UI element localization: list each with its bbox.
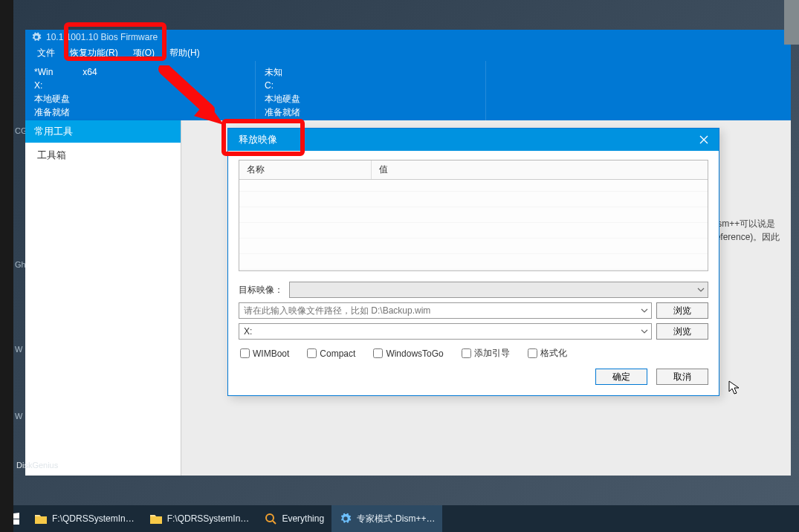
hint-l1: Dism++可以说是 — [709, 217, 791, 230]
tab1-line2: X: — [34, 79, 246, 92]
folder-icon — [149, 512, 163, 525]
dialog-titlebar[interactable]: 释放映像 — [228, 129, 719, 151]
browse-drive-button[interactable]: 浏览 — [656, 323, 708, 340]
image-path-row: 浏览 — [239, 302, 708, 319]
dialog-close-button[interactable] — [689, 129, 719, 151]
monitor-bezel-right — [784, 0, 799, 45]
tab1-line4: 准备就绪 — [34, 106, 246, 119]
chk-compact-label: Compact — [320, 348, 355, 359]
taskbar-item-explorer-2[interactable]: F:\QDRSSystemIn… — [142, 505, 257, 532]
taskbar-label-3: Everything — [282, 513, 324, 524]
chk-wimboot-label: WIMBoot — [253, 348, 289, 359]
sidebar-item-common-tools[interactable]: 常用工具 — [25, 120, 181, 143]
sidebar: 常用工具 工具箱 — [25, 120, 181, 476]
chk-format-box[interactable] — [528, 348, 537, 358]
chk-wimboot[interactable]: WIMBoot — [240, 347, 289, 360]
monitor-bezel-left — [0, 0, 13, 532]
dialog-body: 名称 值 目标映像： 浏览 浏览 WIMBoot — [228, 151, 719, 395]
dialog-title: 释放映像 — [239, 133, 277, 146]
desktop-frag-gh: Gh — [15, 260, 26, 269]
taskbar-item-dism[interactable]: 专家模式-Dism++… — [331, 505, 442, 532]
menu-options[interactable]: 项(O) — [126, 45, 162, 61]
ok-button[interactable]: 确定 — [595, 369, 647, 385]
taskbar-item-everything[interactable]: Everything — [256, 505, 331, 532]
target-image-label: 目标映像： — [239, 284, 285, 296]
grid-col-name[interactable]: 名称 — [239, 160, 372, 179]
desktop-frag-w2: W — [15, 412, 22, 421]
tab1-line1-suffix: x64 — [80, 67, 97, 77]
target-image-row: 目标映像： — [239, 282, 708, 298]
tabs-row: *Win x64 X: 本地硬盘 准备就绪 未知 C: 本地硬盘 准备就绪 — [25, 61, 791, 120]
chk-wintogo-label: WindowsToGo — [386, 348, 443, 359]
image-path-input[interactable] — [239, 302, 652, 319]
desktop-frag-w1: W — [15, 345, 22, 354]
chk-addboot-label: 添加引导 — [474, 347, 510, 360]
main-hint-text: Dism++可以说是 Reference)。因此 — [709, 217, 791, 244]
target-drive-input[interactable] — [239, 323, 652, 340]
taskbar-label-4: 专家模式-Dism++… — [357, 513, 435, 525]
sidebar-item-toolbox[interactable]: 工具箱 — [25, 143, 181, 168]
image-info-grid: 名称 值 — [239, 160, 708, 271]
system-tab-1[interactable]: *Win x64 X: 本地硬盘 准备就绪 — [25, 61, 256, 120]
cursor-icon — [728, 380, 740, 395]
grid-header: 名称 值 — [239, 160, 708, 180]
chk-wimboot-box[interactable] — [240, 348, 250, 358]
search-icon — [264, 512, 277, 525]
tab2-line1: 未知 — [265, 65, 476, 79]
tab1-line1: *Win — [34, 67, 53, 77]
taskbar-item-explorer-1[interactable]: F:\QDRSSystemIn… — [27, 505, 142, 532]
svg-point-1 — [266, 514, 274, 522]
gear-icon — [339, 512, 352, 525]
dialog-button-row: 确定 取消 — [239, 366, 708, 385]
grid-col-value[interactable]: 值 — [372, 160, 708, 179]
chk-compact-box[interactable] — [307, 348, 317, 358]
titlebar[interactable]: 10.1.1001.10 Bios Firmware — [25, 30, 791, 45]
menubar: 文件 恢复功能(R) 项(O) 帮助(H) — [25, 45, 791, 61]
chk-wintogo-box[interactable] — [373, 348, 383, 358]
menu-help[interactable]: 帮助(H) — [162, 45, 207, 61]
hint-l2: Reference)。因此 — [709, 230, 791, 244]
tab2-line2: C: — [265, 79, 476, 92]
tab1-line3: 本地硬盘 — [34, 92, 246, 106]
folder-icon — [34, 512, 48, 525]
target-image-combo[interactable] — [289, 282, 708, 298]
close-icon — [699, 135, 708, 144]
chk-addboot[interactable]: 添加引导 — [462, 347, 510, 360]
taskbar: F:\QDRSSystemIn… F:\QDRSSystemIn… Everyt… — [0, 505, 799, 532]
taskbar-label-2: F:\QDRSSystemIn… — [167, 513, 250, 524]
title-text: 10.1.1001.10 Bios Firmware — [46, 32, 158, 42]
desktop-icon-diskgenius[interactable]: DiskGenius — [16, 461, 58, 470]
cancel-button[interactable]: 取消 — [656, 369, 708, 385]
chk-format[interactable]: 格式化 — [528, 347, 567, 360]
chk-wintogo[interactable]: WindowsToGo — [373, 347, 443, 360]
taskbar-label-1: F:\QDRSSystemIn… — [52, 513, 135, 524]
chk-addboot-box[interactable] — [462, 348, 471, 358]
browse-image-button[interactable]: 浏览 — [656, 302, 708, 319]
system-tab-2[interactable]: 未知 C: 本地硬盘 准备就绪 — [256, 61, 486, 120]
tab2-line4: 准备就绪 — [265, 106, 476, 119]
release-image-dialog: 释放映像 名称 值 目标映像： 浏览 — [227, 128, 719, 396]
app-gear-icon — [31, 32, 42, 42]
menu-restore[interactable]: 恢复功能(R) — [62, 45, 126, 61]
chk-format-label: 格式化 — [540, 347, 567, 360]
menu-file[interactable]: 文件 — [30, 45, 62, 61]
tab2-line3: 本地硬盘 — [265, 92, 476, 106]
options-row: WIMBoot Compact WindowsToGo 添加引导 格式化 — [239, 344, 708, 366]
target-drive-row: 浏览 — [239, 323, 708, 340]
chk-compact[interactable]: Compact — [307, 347, 355, 360]
